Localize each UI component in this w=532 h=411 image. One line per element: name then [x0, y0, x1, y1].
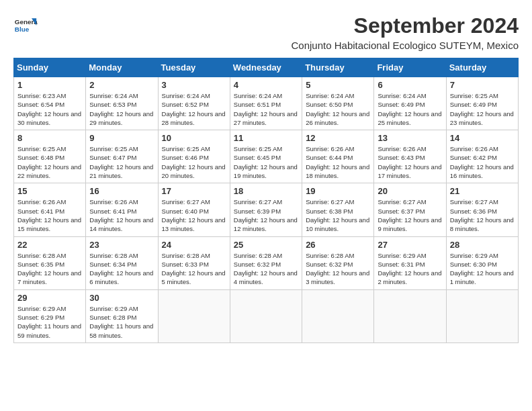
col-monday: Monday: [86, 58, 158, 77]
col-friday: Friday: [374, 58, 446, 77]
calendar-subtitle: Conjunto Habitacional Ecologico SUTEYM, …: [292, 40, 519, 51]
calendar-cell: 30 Sunrise: 6:29 AMSunset: 6:28 PMDaylig…: [86, 289, 158, 342]
day-info: Sunrise: 6:26 AMSunset: 6:41 PMDaylight:…: [17, 198, 81, 232]
calendar-cell: 17 Sunrise: 6:27 AMSunset: 6:40 PMDaylig…: [158, 183, 230, 236]
day-number: 18: [234, 186, 298, 196]
col-thursday: Thursday: [302, 58, 374, 77]
day-info: Sunrise: 6:27 AMSunset: 6:37 PMDaylight:…: [378, 198, 441, 232]
day-number: 22: [17, 240, 82, 250]
day-number: 27: [378, 240, 442, 250]
day-info: Sunrise: 6:28 AMSunset: 6:32 PMDaylight:…: [306, 252, 369, 286]
calendar-cell: 3 Sunrise: 6:24 AMSunset: 6:52 PMDayligh…: [158, 77, 230, 130]
day-number: 9: [89, 133, 154, 143]
day-number: 11: [234, 133, 298, 143]
day-info: Sunrise: 6:26 AMSunset: 6:44 PMDaylight:…: [306, 145, 369, 179]
day-info: Sunrise: 6:29 AMSunset: 6:28 PMDaylight:…: [89, 305, 153, 339]
calendar-table: Sunday Monday Tuesday Wednesday Thursday…: [13, 58, 519, 343]
day-number: 17: [162, 186, 226, 196]
day-info: Sunrise: 6:25 AMSunset: 6:45 PMDaylight:…: [234, 145, 298, 179]
day-number: 15: [17, 186, 82, 196]
day-number: 10: [162, 133, 226, 143]
day-number: 20: [378, 186, 442, 196]
day-info: Sunrise: 6:27 AMSunset: 6:39 PMDaylight:…: [234, 198, 298, 232]
day-info: Sunrise: 6:24 AMSunset: 6:53 PMDaylight:…: [89, 92, 153, 126]
logo: General Blue: [13, 13, 40, 38]
day-info: Sunrise: 6:26 AMSunset: 6:41 PMDaylight:…: [89, 198, 153, 232]
day-number: 5: [306, 80, 370, 90]
day-info: Sunrise: 6:27 AMSunset: 6:36 PMDaylight:…: [450, 198, 514, 232]
calendar-cell: 5 Sunrise: 6:24 AMSunset: 6:50 PMDayligh…: [302, 77, 374, 130]
calendar-cell: 22 Sunrise: 6:28 AMSunset: 6:35 PMDaylig…: [14, 236, 86, 289]
calendar-cell: [230, 289, 302, 342]
day-info: Sunrise: 6:28 AMSunset: 6:32 PMDaylight:…: [234, 252, 298, 286]
day-number: 8: [17, 133, 82, 143]
calendar-cell: 7 Sunrise: 6:25 AMSunset: 6:49 PMDayligh…: [446, 77, 518, 130]
day-info: Sunrise: 6:26 AMSunset: 6:43 PMDaylight:…: [378, 145, 441, 179]
day-info: Sunrise: 6:25 AMSunset: 6:46 PMDaylight:…: [162, 145, 226, 179]
day-number: 26: [306, 240, 370, 250]
col-saturday: Saturday: [446, 58, 518, 77]
day-number: 24: [162, 240, 226, 250]
col-wednesday: Wednesday: [230, 58, 302, 77]
calendar-cell: 6 Sunrise: 6:24 AMSunset: 6:49 PMDayligh…: [374, 77, 446, 130]
day-number: 3: [162, 80, 226, 90]
day-number: 23: [89, 240, 154, 250]
calendar-cell: 25 Sunrise: 6:28 AMSunset: 6:32 PMDaylig…: [230, 236, 302, 289]
day-number: 7: [450, 80, 515, 90]
week-row: 8 Sunrise: 6:25 AMSunset: 6:48 PMDayligh…: [14, 130, 519, 183]
day-info: Sunrise: 6:29 AMSunset: 6:31 PMDaylight:…: [378, 252, 441, 286]
day-number: 28: [450, 240, 515, 250]
calendar-cell: 11 Sunrise: 6:25 AMSunset: 6:45 PMDaylig…: [230, 130, 302, 183]
day-info: Sunrise: 6:23 AMSunset: 6:54 PMDaylight:…: [17, 92, 81, 126]
day-info: Sunrise: 6:29 AMSunset: 6:30 PMDaylight:…: [450, 252, 514, 286]
calendar-cell: 16 Sunrise: 6:26 AMSunset: 6:41 PMDaylig…: [86, 183, 158, 236]
calendar-cell: 2 Sunrise: 6:24 AMSunset: 6:53 PMDayligh…: [86, 77, 158, 130]
day-number: 19: [306, 186, 370, 196]
day-info: Sunrise: 6:24 AMSunset: 6:49 PMDaylight:…: [378, 92, 441, 126]
calendar-cell: 23 Sunrise: 6:28 AMSunset: 6:34 PMDaylig…: [86, 236, 158, 289]
day-number: 6: [378, 80, 442, 90]
calendar-cell: [374, 289, 446, 342]
day-number: 2: [89, 80, 154, 90]
svg-text:Blue: Blue: [15, 26, 30, 33]
week-row: 29 Sunrise: 6:29 AMSunset: 6:29 PMDaylig…: [14, 289, 519, 342]
week-row: 15 Sunrise: 6:26 AMSunset: 6:41 PMDaylig…: [14, 183, 519, 236]
day-info: Sunrise: 6:25 AMSunset: 6:48 PMDaylight:…: [17, 145, 81, 179]
calendar-cell: [158, 289, 230, 342]
week-row: 1 Sunrise: 6:23 AMSunset: 6:54 PMDayligh…: [14, 77, 519, 130]
calendar-title: September 2024: [292, 13, 519, 38]
day-info: Sunrise: 6:28 AMSunset: 6:34 PMDaylight:…: [89, 252, 153, 286]
day-number: 14: [450, 133, 515, 143]
title-area: September 2024 Conjunto Habitacional Eco…: [292, 13, 519, 51]
day-info: Sunrise: 6:29 AMSunset: 6:29 PMDaylight:…: [17, 305, 81, 339]
day-info: Sunrise: 6:28 AMSunset: 6:33 PMDaylight:…: [162, 252, 226, 286]
day-info: Sunrise: 6:26 AMSunset: 6:42 PMDaylight:…: [450, 145, 514, 179]
day-info: Sunrise: 6:24 AMSunset: 6:51 PMDaylight:…: [234, 92, 298, 126]
calendar-cell: 19 Sunrise: 6:27 AMSunset: 6:38 PMDaylig…: [302, 183, 374, 236]
calendar-cell: 4 Sunrise: 6:24 AMSunset: 6:51 PMDayligh…: [230, 77, 302, 130]
day-info: Sunrise: 6:27 AMSunset: 6:40 PMDaylight:…: [162, 198, 226, 232]
day-info: Sunrise: 6:25 AMSunset: 6:49 PMDaylight:…: [450, 92, 514, 126]
calendar-cell: 13 Sunrise: 6:26 AMSunset: 6:43 PMDaylig…: [374, 130, 446, 183]
calendar-cell: 12 Sunrise: 6:26 AMSunset: 6:44 PMDaylig…: [302, 130, 374, 183]
day-info: Sunrise: 6:27 AMSunset: 6:38 PMDaylight:…: [306, 198, 369, 232]
col-sunday: Sunday: [14, 58, 86, 77]
calendar-cell: 28 Sunrise: 6:29 AMSunset: 6:30 PMDaylig…: [446, 236, 518, 289]
calendar-cell: 1 Sunrise: 6:23 AMSunset: 6:54 PMDayligh…: [14, 77, 86, 130]
week-row: 22 Sunrise: 6:28 AMSunset: 6:35 PMDaylig…: [14, 236, 519, 289]
calendar-cell: 14 Sunrise: 6:26 AMSunset: 6:42 PMDaylig…: [446, 130, 518, 183]
calendar-cell: 20 Sunrise: 6:27 AMSunset: 6:37 PMDaylig…: [374, 183, 446, 236]
day-number: 29: [17, 293, 82, 303]
header-row: Sunday Monday Tuesday Wednesday Thursday…: [14, 58, 519, 77]
day-info: Sunrise: 6:28 AMSunset: 6:35 PMDaylight:…: [17, 252, 81, 286]
calendar-cell: [446, 289, 518, 342]
day-number: 1: [17, 80, 82, 90]
day-info: Sunrise: 6:24 AMSunset: 6:50 PMDaylight:…: [306, 92, 369, 126]
calendar-cell: 18 Sunrise: 6:27 AMSunset: 6:39 PMDaylig…: [230, 183, 302, 236]
col-tuesday: Tuesday: [158, 58, 230, 77]
day-number: 25: [234, 240, 298, 250]
calendar-cell: 15 Sunrise: 6:26 AMSunset: 6:41 PMDaylig…: [14, 183, 86, 236]
calendar-cell: 9 Sunrise: 6:25 AMSunset: 6:47 PMDayligh…: [86, 130, 158, 183]
calendar-cell: [302, 289, 374, 342]
day-number: 4: [234, 80, 298, 90]
